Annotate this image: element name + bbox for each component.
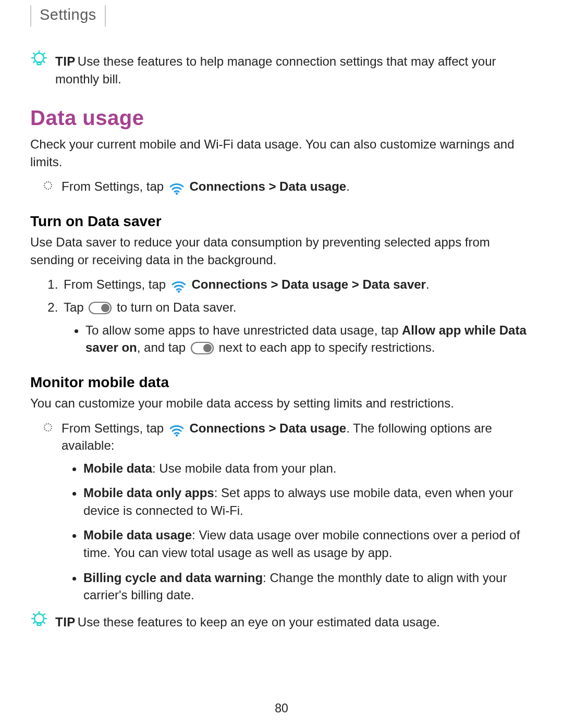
nav-path: Connections > Data usage <box>189 179 346 193</box>
manual-page: Settings TIPUse these features to help m… <box>0 0 563 728</box>
nav-path: Connections > Data usage > Data saver <box>191 277 426 291</box>
page-number: 80 <box>0 701 563 715</box>
tip-text-top: TIPUse these features to help manage con… <box>55 53 533 88</box>
toggle-icon <box>190 341 214 355</box>
tip-text-bottom: TIPUse these features to keep an eye on … <box>55 613 533 631</box>
monitor-intro: You can customize your mobile data acces… <box>30 394 533 412</box>
data-saver-intro: Use Data saver to reduce your data consu… <box>30 233 533 268</box>
toggle-icon <box>88 301 112 315</box>
lightbulb-icon <box>30 611 48 629</box>
tip-block-top: TIPUse these features to help manage con… <box>30 53 533 88</box>
tip-body: Use these features to keep an eye on you… <box>78 615 440 629</box>
data-saver-step-1: From Settings, tap Connections > Data us… <box>62 276 533 293</box>
tip-label: TIP <box>55 615 76 629</box>
wifi-icon <box>170 277 187 293</box>
heading-data-usage: Data usage <box>30 103 533 132</box>
data-usage-intro: Check your current mobile and Wi-Fi data… <box>30 135 533 170</box>
monitor-step-1: From Settings, tap Connections > Data us… <box>62 419 533 604</box>
monitor-options: Mobile data: Use mobile data from your p… <box>62 460 533 604</box>
option-mobile-data-usage: Mobile data usage: View data usage over … <box>83 526 533 561</box>
monitor-steps: From Settings, tap Connections > Data us… <box>30 419 533 604</box>
lightbulb-icon <box>30 51 48 68</box>
data-saver-substeps: To allow some apps to have unrestricted … <box>64 322 533 356</box>
data-saver-step-2: Tap to turn on Data saver. To allow some… <box>62 299 533 356</box>
heading-data-saver: Turn on Data saver <box>30 211 533 231</box>
wifi-icon <box>168 179 185 195</box>
wifi-icon <box>168 421 185 437</box>
data-saver-steps: From Settings, tap Connections > Data us… <box>30 276 533 356</box>
section-tab: Settings <box>30 5 106 27</box>
data-saver-substep-1: To allow some apps to have unrestricted … <box>85 322 533 356</box>
option-mobile-data: Mobile data: Use mobile data from your p… <box>83 460 533 477</box>
heading-monitor-mobile: Monitor mobile data <box>30 372 533 392</box>
data-usage-steps: From Settings, tap Connections > Data us… <box>30 178 533 195</box>
option-mobile-data-only-apps: Mobile data only apps: Set apps to alway… <box>83 484 533 519</box>
option-billing-cycle: Billing cycle and data warning: Change t… <box>83 569 533 604</box>
tip-block-bottom: TIPUse these features to keep an eye on … <box>30 613 533 631</box>
data-usage-step-1: From Settings, tap Connections > Data us… <box>62 178 533 195</box>
tip-body: Use these features to help manage connec… <box>55 54 496 86</box>
tip-label: TIP <box>55 54 76 68</box>
nav-path: Connections > Data usage <box>189 421 346 435</box>
